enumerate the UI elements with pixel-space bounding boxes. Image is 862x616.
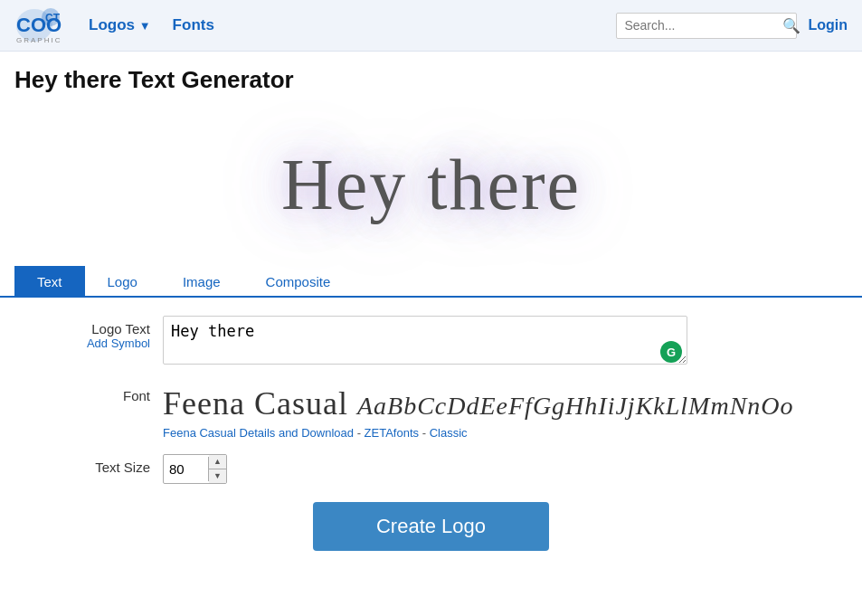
text-size-input[interactable] xyxy=(164,457,209,481)
main-nav: Logos ▼ Fonts xyxy=(89,16,616,34)
create-logo-row: Create Logo xyxy=(54,502,808,551)
font-selector-area: Feena Casual AaBbCcDdEeFfGgHhIiJjKkLlMmN… xyxy=(163,383,794,440)
font-separator1: - xyxy=(357,426,365,440)
font-zetafonts-link[interactable]: ZETAfonts xyxy=(365,426,419,440)
text-size-spinner: ▲ ▼ xyxy=(163,454,227,484)
logo-text-label-area: Logo Text Add Symbol xyxy=(54,316,163,350)
logo-icon-area: COOL GRAPHICS CT xyxy=(14,6,62,44)
font-row: Font Feena Casual AaBbCcDdEeFfGgHhIiJjKk… xyxy=(54,383,808,440)
site-header: COOL GRAPHICS CT Logos ▼ Fonts 🔍 Login xyxy=(0,0,862,52)
font-detail-link[interactable]: Feena Casual Details and Download xyxy=(163,426,354,440)
spinner-up-button[interactable]: ▲ xyxy=(209,455,226,469)
tabs-bar: Text Logo Image Composite xyxy=(0,266,862,298)
logos-dropdown-arrow: ▼ xyxy=(139,19,151,33)
logo-text-row: Logo Text Add Symbol G xyxy=(54,316,808,368)
tab-composite[interactable]: Composite xyxy=(243,266,354,298)
cooltext-logo-svg: COOL GRAPHICS CT xyxy=(14,6,62,44)
form-area: Logo Text Add Symbol G Font Feena Casual… xyxy=(0,298,862,578)
logo-text-input[interactable] xyxy=(163,316,687,365)
logo-text-input-wrapper: G xyxy=(163,316,687,368)
search-area: 🔍 Login xyxy=(616,13,848,39)
grammarly-icon: G xyxy=(660,341,682,363)
svg-text:CT: CT xyxy=(45,12,61,24)
spinner-buttons: ▲ ▼ xyxy=(209,455,226,483)
preview-text: Hey there xyxy=(281,144,581,226)
text-size-row: Text Size ▲ ▼ xyxy=(54,454,808,484)
logo-text-label: Logo Text xyxy=(91,321,150,336)
tab-logo[interactable]: Logo xyxy=(85,266,160,298)
font-label: Font xyxy=(54,383,163,403)
svg-text:GRAPHICS: GRAPHICS xyxy=(16,36,62,44)
search-box: 🔍 xyxy=(616,13,797,39)
font-separator2: - xyxy=(422,426,430,440)
login-link[interactable]: Login xyxy=(808,17,848,33)
page-title: Hey there Text Generator xyxy=(0,52,862,103)
search-input[interactable] xyxy=(624,18,782,33)
create-logo-button[interactable]: Create Logo xyxy=(313,502,549,551)
search-button[interactable]: 🔍 xyxy=(782,17,800,34)
spinner-down-button[interactable]: ▼ xyxy=(209,469,226,483)
tab-image[interactable]: Image xyxy=(160,266,243,298)
site-logo[interactable]: COOL GRAPHICS CT xyxy=(14,6,62,44)
font-links: Feena Casual Details and Download - ZETA… xyxy=(163,426,794,440)
font-preview[interactable]: Feena Casual AaBbCcDdEeFfGgHhIiJjKkLlMmN… xyxy=(163,383,794,422)
nav-fonts[interactable]: Fonts xyxy=(173,16,214,34)
preview-area: Hey there xyxy=(0,103,862,266)
text-size-label: Text Size xyxy=(54,454,163,475)
tab-text[interactable]: Text xyxy=(14,266,85,298)
nav-logos[interactable]: Logos ▼ xyxy=(89,16,151,34)
add-symbol-link[interactable]: Add Symbol xyxy=(54,336,150,350)
font-classic-link[interactable]: Classic xyxy=(430,426,468,440)
